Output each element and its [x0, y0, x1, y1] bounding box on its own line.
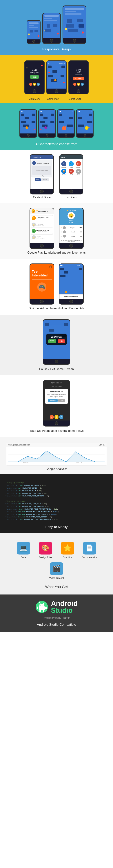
rate-title: 'Rate Us' Popup after several game Plays [4, 429, 109, 433]
leaderboard-phones-row: 😊 🏆 Achievements 🏆 Unlocked 10 Coins Col… [4, 208, 109, 249]
others-share-phone: share f Facebook 🐦 Twitter G+ [59, 154, 83, 194]
design-icon: 🎨 [42, 544, 49, 552]
admob-title: Optional Admob Interstitial and Banner A… [4, 307, 109, 310]
code-icon: 💻 [19, 544, 27, 552]
analytics-header: www.google.analytics.com Jan 25 [6, 443, 106, 447]
main-menu-phone: Avoidthe Spikes Start ♪ ★ ? [24, 60, 45, 94]
what-you-get-grid: 💻 Code 🎨 Design Files ⭐ Graphics 📄 Docum… [4, 538, 109, 583]
docs-icon: 📄 [86, 544, 94, 552]
leaderboard-title: Google Play Leaderboard and Achievements [4, 251, 109, 254]
interstitial-title: Test Interstitial [32, 270, 52, 277]
svg-point-11 [42, 604, 43, 606]
pause-title: Pause / Exit Game Screen [4, 368, 109, 371]
phone-small [27, 20, 41, 44]
later-button[interactable]: Later [58, 399, 65, 402]
svg-marker-4 [8, 451, 105, 462]
what-you-get-design: 🎨 Design Files [36, 542, 55, 559]
rate-phone-wrapper: High Score: 428 Your Score: 214 Please R… [4, 380, 109, 427]
rate-popup-title: Please Rate us [47, 391, 66, 393]
leaderboard-phone: 🏆 Top Score 😊 Player1 1,250 #1 Player1 1… [59, 208, 84, 249]
what-you-get-graphics: ⭐ Graphics [58, 542, 77, 559]
interstitial-phone: Test Interstitial 🎮 ✕ [29, 264, 54, 305]
video-icon-box: 🎬 [50, 562, 63, 575]
admob-phones-row: Test Interstitial 🎮 ✕ ♥♥♥Score: 12 [4, 264, 109, 305]
graphics-icon-label: Graphics [63, 556, 72, 559]
responsive-section: Responsive Design [0, 0, 113, 55]
game-screens-section: Avoidthe Spikes Start ♪ ★ ? 3 ♥ [0, 55, 113, 103]
what-you-get-docs: 📄 Documentation [80, 542, 99, 559]
video-icon-label: Video Tutorial [49, 577, 64, 579]
video-icon: 🎬 [52, 565, 61, 572]
analytics-chart: Jan 15 Feb 10 [6, 447, 106, 465]
analytics-url: www.google.analytics.com [8, 444, 30, 446]
facebook-share-label: Facebook Share [33, 196, 50, 199]
pause-phone-wrapper: Exit Game? YES NO [4, 319, 109, 365]
game-over-phone: GameOver Score: 14 Try Again ♪ ★ ? [68, 60, 89, 94]
modify-section: //Gameplay settings final static float C… [0, 474, 113, 533]
char-phone-2: ♥♥♥5 [38, 110, 56, 138]
analytics-container: www.google.analytics.com Jan 25 Jan 15 F… [6, 442, 107, 466]
design-icon-box: 🎨 [39, 542, 52, 555]
characters-title: 4 Characters to choose from [2, 142, 111, 146]
svg-text:Jan 15: Jan 15 [23, 462, 29, 464]
banner-phone: ♥♥♥Score: 12 AdMob Banner Ad [59, 264, 84, 305]
responsive-title: Responsive Design [2, 48, 111, 51]
svg-text:Feb 10: Feb 10 [76, 462, 82, 464]
responsive-phones [2, 4, 111, 45]
admob-section: Test Interstitial 🎮 ✕ ♥♥♥Score: 12 [0, 259, 113, 315]
footer-section: Android Studio Powered by IntelliJ Platf… [0, 594, 113, 632]
char-phone-1: ♥♥♥5 [19, 110, 37, 138]
achievements-phone: 😊 🏆 Achievements 🏆 Unlocked 10 Coins Col… [29, 208, 54, 249]
game-screen-labels: Main Menu Game Play Game Over [4, 97, 109, 100]
facebook-share-phone: ← Facebook Share to Facebook Game screen… [30, 154, 54, 194]
game-play-label: Game Play [44, 97, 62, 100]
game-play-phone: 3 ♥Score: 5 [46, 60, 67, 94]
rate-popup-text: If you like this app, feel free to leave… [47, 394, 66, 398]
what-you-get-section: 💻 Code 🎨 Design Files ⭐ Graphics 📄 Docum… [0, 533, 113, 594]
svg-rect-17 [43, 610, 44, 612]
what-you-get-code: 💻 Code [14, 542, 33, 559]
characters-row: ♥♥♥5 ♥♥♥5 [2, 106, 111, 141]
yes-button[interactable]: YES [48, 339, 56, 343]
graphics-icon-box: ⭐ [61, 542, 74, 555]
code-icon-label: Code [21, 556, 26, 559]
docs-icon-box: 📄 [83, 542, 96, 555]
characters-section: ♥♥♥5 ♥♥♥5 [0, 103, 113, 150]
share-label: share [61, 156, 65, 158]
phone-medium [42, 13, 61, 44]
rate-section: High Score: 428 Your Score: 214 Please R… [0, 375, 113, 437]
analytics-svg: Jan 15 Feb 10 [8, 449, 105, 464]
exit-game-label: Exit Game? [49, 336, 64, 338]
code-icon-box: 💻 [17, 542, 30, 555]
rate-phone: High Score: 428 Your Score: 214 Please R… [43, 380, 70, 427]
code-block: //Gameplay settings final static float C… [4, 480, 109, 523]
svg-rect-9 [40, 604, 44, 607]
what-you-get-video: 🎬 Video Tutorial [47, 562, 66, 579]
svg-rect-14 [37, 607, 38, 609]
docs-icon-label: Documentation [82, 556, 97, 559]
what-you-get-title: What You Get [4, 585, 109, 589]
svg-rect-16 [40, 610, 41, 612]
svg-rect-15 [45, 607, 47, 609]
modify-title: Easy To Modify [4, 525, 109, 529]
svg-point-10 [40, 604, 41, 606]
android-studio-logo-icon [36, 600, 48, 613]
analytics-section: www.google.analytics.com Jan 25 Jan 15 F… [0, 437, 113, 474]
leaderboard-section: 😊 🏆 Achievements 🏆 Unlocked 10 Coins Col… [0, 203, 113, 259]
main-menu-label: Main Menu [27, 97, 42, 100]
phone-large [63, 5, 86, 44]
design-icon-label: Design Files [39, 556, 52, 559]
game-over-label: Game Over [64, 97, 86, 100]
android-logo: Android Studio [36, 600, 78, 614]
pause-section: Exit Game? YES NO Pause / Exit Game Scre… [0, 315, 113, 375]
footer-studio-text: Studio [51, 607, 73, 614]
share-section: ← Facebook Share to Facebook Game screen… [0, 150, 113, 203]
share-phones-row: ← Facebook Share to Facebook Game screen… [4, 154, 109, 199]
game-phones-row: Avoidthe Spikes Start ♪ ★ ? 3 ♥ [4, 59, 109, 96]
compatible-label: Android Studio Compatible [37, 623, 76, 627]
others-share-label: ..or others [66, 196, 77, 199]
analytics-date: Jan 25 [99, 444, 105, 446]
rate-now-button[interactable]: Rate Now [48, 399, 58, 402]
analytics-title: Google Analytics [4, 467, 109, 471]
no-button[interactable]: NO [58, 339, 65, 343]
